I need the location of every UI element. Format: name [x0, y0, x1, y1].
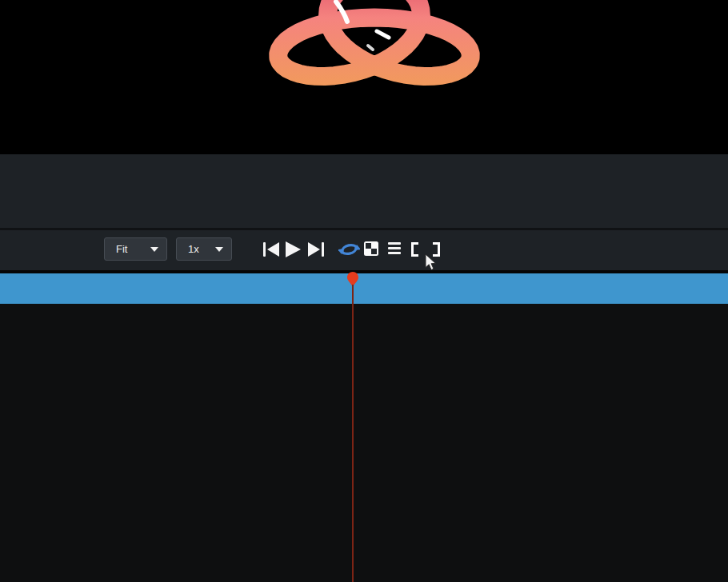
playhead-line [352, 285, 354, 582]
info-panel [0, 154, 728, 228]
background-toggle-button[interactable] [364, 241, 378, 256]
loop-toggle-button[interactable] [338, 240, 360, 262]
motion-dash-icon [377, 31, 389, 38]
pretzel-path [278, 0, 470, 77]
playback-speed-value: 1x [188, 244, 199, 254]
animation-viewport [0, 0, 728, 154]
zoom-fit-dropdown[interactable]: Fit [104, 237, 167, 261]
last-frame-button[interactable] [308, 242, 324, 257]
out-point-button[interactable] [433, 242, 440, 257]
list-lines-icon [388, 242, 401, 245]
play-button[interactable] [286, 241, 301, 257]
player-toolbar: Fit 1x [0, 230, 728, 270]
app-window: Fit 1x [0, 0, 728, 582]
chevron-down-icon [215, 247, 223, 252]
motion-dash-icon [368, 46, 373, 50]
last-frame-icon [308, 242, 320, 257]
timeline-track[interactable] [0, 273, 728, 304]
chevron-down-icon [150, 247, 158, 252]
zoom-fit-value: Fit [116, 244, 127, 254]
play-icon [286, 241, 301, 257]
first-frame-button[interactable] [263, 242, 279, 257]
in-point-button[interactable] [411, 242, 418, 257]
playback-speed-dropdown[interactable]: 1x [176, 237, 232, 261]
frame-list-button[interactable] [388, 242, 401, 254]
first-frame-icon [263, 242, 266, 257]
timeline-content-area [0, 304, 728, 582]
pretzel-animation [0, 0, 728, 154]
loop-icon [338, 240, 360, 259]
